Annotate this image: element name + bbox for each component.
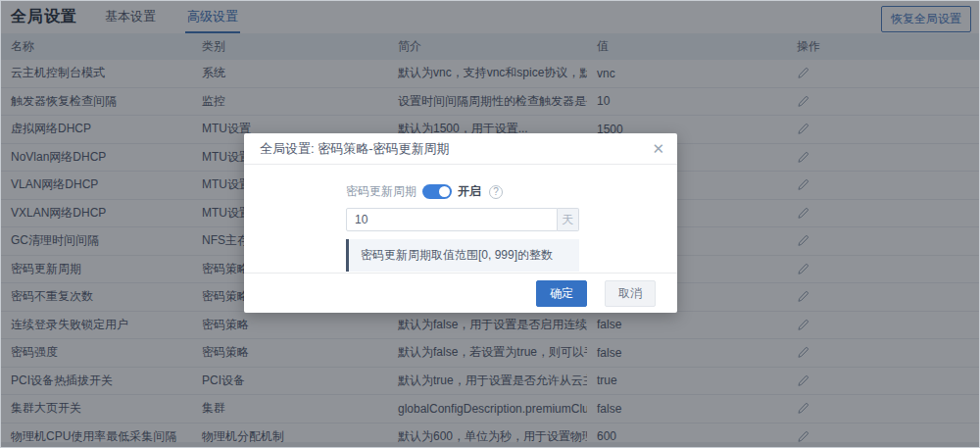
field-label: 密码更新周期 [346, 183, 416, 200]
range-hint: 密码更新周期取值范围[0, 999]的整数 [346, 239, 579, 272]
period-input[interactable] [346, 208, 558, 231]
dialog-title: 全局设置: 密码策略-密码更新周期 [244, 133, 677, 165]
dialog-body: 密码更新周期 开启 ? 天 密码更新周期取值范围[0, 999]的整数 [244, 165, 677, 272]
unit-addon: 天 [558, 208, 579, 231]
app-window: 全局设置 基本设置 高级设置 恢复全局设置 名称 类别 简介 值 操作 云主机控… [0, 0, 980, 448]
password-update-period-dialog: 全局设置: 密码策略-密码更新周期 ✕ 密码更新周期 开启 ? 天 密码更新周期… [244, 133, 677, 313]
confirm-button[interactable]: 确定 [536, 280, 587, 307]
close-icon[interactable]: ✕ [652, 140, 664, 158]
toggle-state-label: 开启 [458, 183, 481, 200]
dialog-footer: 确定 取消 [244, 273, 677, 313]
period-input-group: 天 [346, 208, 579, 231]
help-icon[interactable]: ? [489, 185, 503, 199]
cancel-button[interactable]: 取消 [605, 280, 656, 307]
toggle-row: 密码更新周期 开启 ? [346, 183, 677, 200]
toggle-switch[interactable] [422, 184, 452, 199]
